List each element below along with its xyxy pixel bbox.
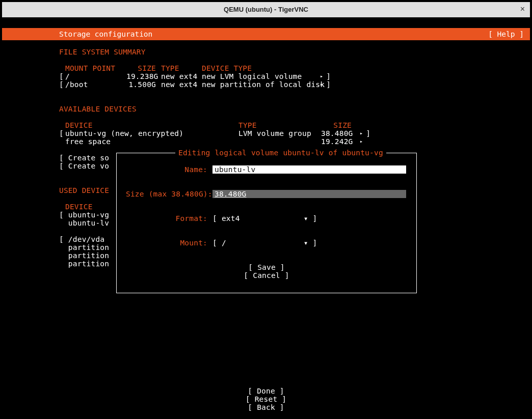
fs-row[interactable]: [ /boot 1.500G new ext4 new partition of… xyxy=(0,80,532,89)
device-row[interactable]: free space 19.242G ▸ xyxy=(0,137,532,146)
used-row[interactable]: [ ubuntu-vg xyxy=(59,211,109,219)
format-dropdown[interactable]: [ ext4 ▾ ] xyxy=(212,214,317,222)
page-title: Storage configuration xyxy=(8,30,152,38)
size-input[interactable]: 38.480G xyxy=(212,190,406,198)
reset-button[interactable]: [ Reset ] xyxy=(246,395,286,403)
footer-buttons: [ Done ] [ Reset ] [ Back ] xyxy=(0,387,532,411)
page-header: Storage configuration [ Help ] xyxy=(2,28,530,40)
chevron-right-icon: ▸ xyxy=(352,138,363,144)
col-mount: MOUNT POINT xyxy=(65,64,126,72)
window-title: QEMU (ubuntu) - TigerVNC xyxy=(224,6,308,14)
col-size2: SIZE xyxy=(321,121,352,129)
dialog-title: Editing logical volume ubuntu-lv of ubun… xyxy=(175,149,386,157)
col-type2: TYPE xyxy=(238,121,321,129)
used-row[interactable]: partition xyxy=(59,252,109,260)
size-label: Size (max 38.480G): xyxy=(126,190,207,198)
used-row[interactable]: partition xyxy=(59,260,109,268)
close-icon[interactable]: × xyxy=(520,5,525,14)
device-row[interactable]: [ ubuntu-vg (new, encrypted) LVM volume … xyxy=(0,129,532,137)
window-titlebar: QEMU (ubuntu) - TigerVNC × xyxy=(2,2,530,17)
done-button[interactable]: [ Done ] xyxy=(248,387,284,395)
col-device3: DEVICE xyxy=(65,203,93,211)
used-row[interactable]: partition xyxy=(59,243,109,252)
mount-label: Mount: xyxy=(126,239,207,247)
available-heading: AVAILABLE DEVICES xyxy=(59,105,137,113)
col-device: DEVICE xyxy=(65,121,238,129)
name-label: Name: xyxy=(126,165,207,174)
name-input[interactable]: ubuntu-lv xyxy=(212,165,406,174)
save-button[interactable]: [ Save ] xyxy=(248,263,284,271)
fs-summary-heading: FILE SYSTEM SUMMARY xyxy=(59,48,146,56)
help-button[interactable]: [ Help ] xyxy=(488,30,524,38)
chevron-down-icon: ▾ xyxy=(304,214,308,222)
fs-row[interactable]: [ / 19.238G new ext4 new LVM logical vol… xyxy=(0,72,532,80)
create-software-raid[interactable]: [ Create so xyxy=(59,154,109,162)
used-heading: USED DEVICE xyxy=(59,186,109,194)
back-button[interactable]: [ Back ] xyxy=(248,403,284,411)
col-size: SIZE xyxy=(126,64,161,72)
used-row[interactable]: [ /dev/vda xyxy=(59,235,104,243)
format-label: Format: xyxy=(126,214,207,222)
col-type: TYPE xyxy=(161,64,202,72)
mount-dropdown[interactable]: [ / ▾ ] xyxy=(212,239,317,247)
cancel-button[interactable]: [ Cancel ] xyxy=(244,271,289,280)
col-devtype: DEVICE TYPE xyxy=(202,64,252,72)
used-row[interactable]: ubuntu-lv xyxy=(59,219,109,227)
create-volume-group[interactable]: [ Create vo xyxy=(59,162,109,170)
edit-lv-dialog: Editing logical volume ubuntu-lv of ubun… xyxy=(116,153,417,293)
chevron-right-icon: ▸ xyxy=(352,130,363,136)
chevron-down-icon: ▾ xyxy=(304,239,308,247)
